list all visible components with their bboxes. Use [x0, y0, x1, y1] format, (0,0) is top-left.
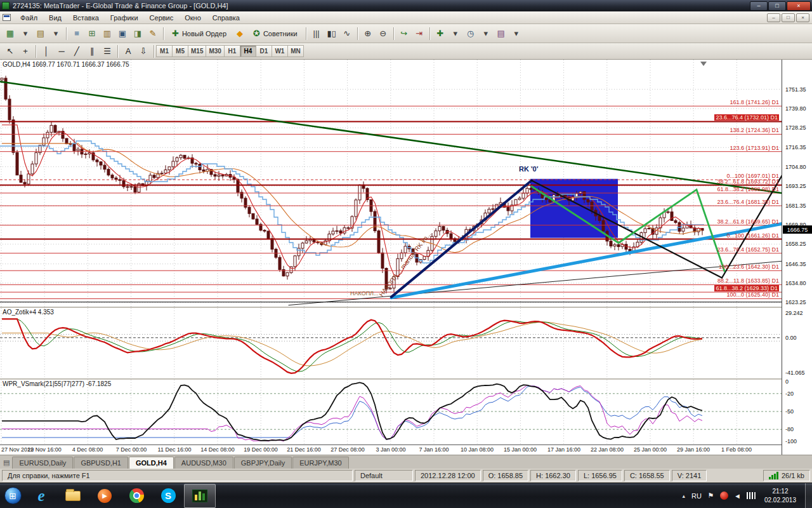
navigator-button[interactable]: ▥ — [100, 27, 114, 41]
close-button[interactable]: × — [787, 1, 811, 11]
chart-candles-button[interactable]: ▮▯ — [325, 27, 339, 41]
menu-item-Файл[interactable]: Файл — [15, 12, 43, 23]
child-minimize-button[interactable]: – — [767, 13, 780, 22]
templates-button[interactable]: ▤ — [494, 27, 508, 41]
fib-level-label: 138.2 (1724.36) D1 — [730, 127, 779, 133]
data-window-button[interactable]: ⊞ — [85, 27, 99, 41]
taskbar-item-media-player[interactable]: ▶ — [89, 483, 121, 508]
volume-icon[interactable]: ◄ — [733, 491, 742, 500]
profiles-button[interactable]: ▤ — [34, 27, 48, 41]
menu-item-Вид[interactable]: Вид — [43, 12, 67, 23]
indicators-button[interactable]: ✚ — [433, 27, 447, 41]
new-chart-button[interactable]: ▦ — [3, 27, 17, 41]
indicators-dropdown[interactable]: ▾ — [449, 27, 462, 41]
menu-item-Графики[interactable]: Графики — [105, 12, 144, 23]
date-tick: 10 Jan 08:00 — [457, 446, 497, 453]
tab-AUDUSD,M30[interactable]: AUDUSD,M30 — [174, 457, 233, 469]
action-center-flag-icon[interactable]: ⚑ — [706, 491, 716, 500]
chart-line-button[interactable]: ∿ — [340, 27, 354, 41]
channel-button[interactable]: ∥ — [85, 44, 99, 58]
tab-EURUSD,Daily[interactable]: EURUSD,Daily — [12, 457, 73, 469]
show-desktop-button[interactable] — [805, 483, 812, 508]
experts-button[interactable]: ✪ Советники — [248, 27, 303, 41]
wpr-axis-tick: -100 — [785, 438, 797, 444]
child-restore-button[interactable]: □ — [782, 13, 795, 22]
date-tick: 7 Jan 16:00 — [414, 446, 454, 453]
tabs-list-icon[interactable]: ▤ — [3, 458, 10, 467]
tab-GBPJPY,Daily[interactable]: GBPJPY,Daily — [234, 457, 292, 469]
new-chart-dropdown[interactable]: ▾ — [18, 27, 32, 41]
menu-item-Окно[interactable]: Окно — [179, 12, 207, 23]
metaeditor-button[interactable]: ✎ — [146, 27, 160, 41]
zoom-out-button[interactable]: ⊖ — [376, 27, 390, 41]
price-chart-pane[interactable]: GOLD,H4 1669.77 1670.71 1666.37 1666.75 … — [0, 60, 782, 307]
vertical-line-button[interactable]: │ — [39, 44, 53, 58]
profiles-dropdown[interactable]: ▾ — [49, 27, 63, 41]
arrows-button[interactable]: ⇩ — [136, 44, 150, 58]
cursor-button[interactable]: ↖ — [3, 44, 17, 58]
antivirus-icon[interactable] — [720, 491, 728, 500]
auto-scroll-button[interactable]: ↪ — [397, 27, 411, 41]
wpr-axis[interactable]: 0-20-50-80-100 — [782, 380, 812, 444]
timeframe-H4[interactable]: H4 — [240, 45, 256, 57]
trendline-button[interactable]: ╱ — [70, 44, 84, 58]
menu-item-Вставка[interactable]: Вставка — [67, 12, 105, 23]
taskbar-item-explorer[interactable] — [57, 483, 89, 508]
network-icon[interactable] — [747, 492, 756, 499]
status-profile[interactable]: Default — [355, 470, 413, 481]
templates-dropdown[interactable]: ▾ — [509, 27, 523, 41]
child-close-button[interactable]: × — [796, 13, 809, 22]
strategy-tester-button[interactable]: ◨ — [131, 27, 145, 41]
timeframe-M1[interactable]: M1 — [156, 45, 173, 57]
zoom-in-button[interactable]: ⊕ — [361, 27, 375, 41]
chart-bars-button[interactable]: ||| — [310, 27, 324, 41]
status-bar-time: 2012.12.28 12:00 — [415, 470, 481, 481]
timeframe-M5[interactable]: M5 — [172, 45, 188, 57]
fibonacci-button[interactable]: ☰ — [100, 44, 114, 58]
taskbar-item-internet-explorer[interactable]: e — [25, 483, 57, 508]
chart-shift-button[interactable]: ⇥ — [412, 27, 426, 41]
tab-EURJPY,M30[interactable]: EURJPY,M30 — [292, 457, 348, 469]
market-watch-button[interactable]: ≡ — [70, 27, 84, 41]
periods-dropdown[interactable]: ▾ — [479, 27, 493, 41]
taskbar: ⊞ e ▶ S ▴ RU ⚑ ◄ 21:12 02.02.2013 — [0, 483, 812, 508]
tab-GOLD,H4[interactable]: GOLD,H4 — [129, 457, 174, 469]
periods-button[interactable]: ◷ — [464, 27, 478, 41]
status-help-text: Для справки, нажмите F1 — [2, 470, 353, 481]
time-axis[interactable]: 27 Nov 201229 Nov 16:004 Dec 08:007 Dec … — [0, 445, 782, 455]
tab-GBPUSD,H1[interactable]: GBPUSD,H1 — [74, 457, 128, 469]
menu-item-Сервис[interactable]: Сервис — [144, 12, 180, 23]
metaquotes-button[interactable]: ◆ — [233, 27, 247, 41]
timeframe-W1[interactable]: W1 — [272, 45, 288, 57]
taskbar-item-skype[interactable]: S — [152, 483, 184, 508]
clock[interactable]: 21:12 02.02.2013 — [760, 487, 801, 504]
new-order-button[interactable]: ✚ Новый Ордер — [167, 27, 232, 41]
maximize-button[interactable]: □ — [768, 1, 786, 11]
fib-level-label: 61.8...38.2 (1688.98) D1 — [717, 186, 779, 192]
price-axis-main[interactable]: 1666.75 1751.351739.801728.251716.351704… — [782, 60, 812, 307]
ao-indicator-pane[interactable]: AO_Zotik+4 4.353 — [0, 308, 782, 378]
toolbar-separator — [393, 27, 394, 40]
text-button[interactable]: A — [121, 44, 135, 58]
folder-icon — [65, 491, 81, 501]
timeframe-M15[interactable]: M15 — [188, 45, 206, 57]
timeframe-MN[interactable]: MN — [287, 45, 304, 57]
connection-status: 26/1 kb — [763, 470, 810, 481]
wpr-indicator-pane[interactable]: WPR_VSmark(21|55|77|277) -67.1825 — [0, 380, 782, 444]
horizontal-line-button[interactable]: ─ — [55, 44, 69, 58]
ao-axis[interactable]: 29.2420.00-41.065 — [782, 308, 812, 378]
date-tick: 7 Dec 00:00 — [111, 446, 152, 453]
taskbar-item-chrome[interactable] — [121, 483, 152, 508]
price-axis[interactable]: 1666.75 1751.351739.801728.251716.351704… — [782, 60, 812, 455]
show-hidden-icons-button[interactable]: ▴ — [681, 493, 688, 499]
timeframe-D1[interactable]: D1 — [256, 45, 272, 57]
timeframe-M30[interactable]: M30 — [206, 45, 224, 57]
start-button[interactable]: ⊞ — [0, 483, 25, 508]
crosshair-button[interactable]: + — [18, 44, 32, 58]
terminal-button[interactable]: ▣ — [115, 27, 129, 41]
menu-item-Справка[interactable]: Справка — [207, 12, 246, 23]
minimize-button[interactable]: – — [750, 1, 768, 11]
timeframe-H1[interactable]: H1 — [224, 45, 240, 57]
language-indicator[interactable]: RU — [691, 492, 702, 500]
taskbar-item-metatrader[interactable] — [184, 484, 216, 508]
